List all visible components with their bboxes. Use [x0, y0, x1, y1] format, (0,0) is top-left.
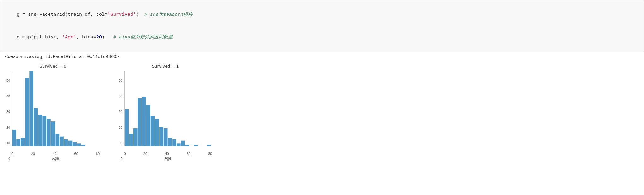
- x-ticks-0: 0 20 40 60 80: [11, 152, 100, 156]
- code-paren: ): [136, 12, 144, 17]
- code-string-1: 'Survived': [108, 12, 136, 17]
- code-text-2: g.map(plt.hist,: [17, 35, 62, 40]
- code-text-4: ): [102, 35, 113, 40]
- code-text: g = sns.FacetGrid(train_df, col=: [17, 12, 108, 17]
- code-comment-2: # bins值为划分的区间数量: [113, 35, 173, 40]
- code-line-1: g = sns.FacetGrid(train_df, col='Survive…: [5, 3, 639, 26]
- facetgrid-output: <seaborn.axisgrid.FacetGrid at 0x11cfc48…: [5, 54, 119, 59]
- output-text: <seaborn.axisgrid.FacetGrid at 0x11cfc48…: [0, 52, 644, 61]
- y-axis-0: 50 40 30 20 10 0: [6, 79, 11, 161]
- chart-survived-1: Survived = 1 50 40 30 20 10 0 0 20 40 60…: [119, 64, 212, 161]
- y-axis-1: 50 40 30 20 10 0: [119, 79, 124, 161]
- code-number: 20: [96, 35, 102, 40]
- chart-wrap-0: 50 40 30 20 10 0 0 20 40 60 80 Age: [6, 70, 100, 161]
- x-ticks-1: 0 20 40 60 80: [124, 152, 212, 156]
- x-label-0: Age: [11, 156, 100, 161]
- chart-title-0: Survived = 0: [40, 64, 67, 68]
- charts-area: Survived = 0 50 40 30 20 10 0 0 20 40 60…: [0, 61, 644, 164]
- code-block: g = sns.FacetGrid(train_df, col='Survive…: [0, 0, 644, 52]
- chart-canvas-area-1: 0 20 40 60 80 Age: [124, 70, 212, 161]
- code-string-2: 'Age': [62, 35, 76, 40]
- chart-survived-0: Survived = 0 50 40 30 20 10 0 0 20 40 60…: [6, 64, 100, 161]
- histogram-canvas-0: [11, 70, 100, 152]
- chart-title-1: Survived = 1: [152, 64, 179, 68]
- histogram-canvas-1: [124, 70, 212, 152]
- code-text-3: , bins=: [76, 35, 96, 40]
- chart-wrap-1: 50 40 30 20 10 0 0 20 40 60 80 Age: [119, 70, 212, 161]
- x-label-1: Age: [124, 156, 212, 161]
- code-line-2: g.map(plt.hist, 'Age', bins=20) # bins值为…: [5, 26, 639, 49]
- code-comment-1: # sns为seaborn模块: [144, 12, 193, 17]
- chart-canvas-area-0: 0 20 40 60 80 Age: [11, 70, 100, 161]
